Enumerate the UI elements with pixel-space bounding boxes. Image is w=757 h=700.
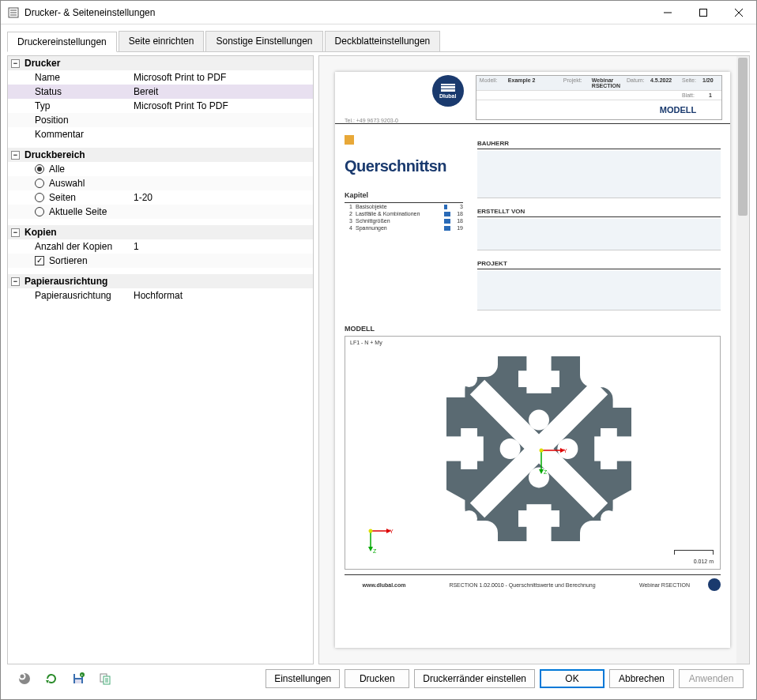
- value-kommentar: [130, 134, 313, 135]
- svg-text:Y: Y: [390, 529, 394, 534]
- expander-druckbereich[interactable]: −: [11, 151, 20, 160]
- tab-deckblatt[interactable]: Deckblatteinstellungen: [325, 31, 441, 51]
- svg-point-21: [461, 371, 477, 387]
- label-kommentar: Kommentar: [8, 128, 130, 141]
- tab-sonstige[interactable]: Sonstige Einstellungen: [205, 31, 322, 51]
- svg-text:+: +: [81, 672, 83, 677]
- loadcase-label: LF1 - N + My: [350, 340, 382, 345]
- label-position: Position: [8, 114, 130, 126]
- kapitel-table: 1Basisobjekte3 2Lastfälle & Kombinatione…: [345, 202, 463, 231]
- titlebar: Drucker- & Seiteneinstellungen: [1, 1, 756, 24]
- preview-scrollbar[interactable]: [736, 56, 749, 664]
- section-bauherr: BAUHERR: [477, 140, 721, 149]
- label-status: Status: [8, 85, 130, 98]
- svg-rect-5: [699, 9, 706, 16]
- expander-papier[interactable]: −: [11, 277, 20, 286]
- clipboard-icon[interactable]: [94, 668, 116, 690]
- section-modell: MODELL: [345, 325, 721, 333]
- svg-point-23: [461, 510, 477, 527]
- group-drucker-title: Drucker: [24, 58, 60, 69]
- check-sortieren[interactable]: [35, 256, 44, 265]
- group-kopien: − Kopien Anzahl der Kopien1 Sortieren: [8, 225, 313, 268]
- save-icon[interactable]: +: [67, 668, 89, 690]
- tab-seite-einrichten[interactable]: Seite einrichten: [119, 31, 205, 51]
- logo-icon: Dlubal: [432, 75, 468, 107]
- preview-panel: Dlubal Modell:Example 2 Projekt:Webinar …: [318, 55, 750, 664]
- modell-graphic-box: LF1 - N + My: [345, 336, 721, 570]
- header-info-table: Modell:Example 2 Projekt:Webinar RSECTIO…: [476, 75, 722, 120]
- preview-page: Dlubal Modell:Example 2 Projekt:Webinar …: [335, 72, 730, 648]
- value-papier[interactable]: Hochformat: [130, 289, 313, 302]
- group-druckbereich-title: Druckbereich: [24, 149, 85, 160]
- einstellungen-button[interactable]: Einstellungen: [266, 669, 340, 688]
- label-auswahl: Auswahl: [49, 178, 85, 189]
- label-aktuell: Aktuelle Seite: [49, 206, 107, 217]
- footer-logo-icon: [708, 578, 721, 591]
- refresh-icon[interactable]: [40, 668, 62, 690]
- value-anzahl[interactable]: 1: [130, 240, 313, 253]
- value-position: [130, 119, 313, 121]
- group-kopien-title: Kopien: [24, 227, 57, 238]
- radio-auswahl[interactable]: [35, 179, 44, 188]
- radio-aktuell[interactable]: [35, 207, 44, 216]
- scale-bar: [674, 550, 714, 555]
- axis-corner: Y Z: [367, 528, 399, 561]
- tel-text: Tel.: +49 9673 9203-0: [345, 118, 398, 123]
- app-icon: [7, 6, 20, 19]
- svg-rect-15: [601, 428, 617, 469]
- value-seiten[interactable]: 1-20: [130, 191, 313, 204]
- value-name[interactable]: Microsoft Print to PDF: [130, 71, 313, 84]
- svg-rect-9: [518, 371, 559, 387]
- tab-druckereinstellungen[interactable]: Druckereinstellungen: [7, 32, 117, 52]
- tab-bar: Druckereinstellungen Seite einrichten So…: [7, 31, 750, 52]
- settings-tree: − Drucker NameMicrosoft Print to PDF Sta…: [7, 55, 314, 664]
- svg-point-22: [601, 371, 617, 387]
- close-button[interactable]: [721, 1, 756, 24]
- value-status: Bereit: [130, 85, 313, 98]
- section-erstellt: ERSTELLT VON: [477, 208, 721, 217]
- kapitel-title: Kapitel: [345, 191, 463, 199]
- label-seiten: Seiten: [49, 192, 76, 203]
- scale-label: 0.012 m: [694, 559, 714, 564]
- section-icon: [345, 135, 354, 145]
- label-alle: Alle: [49, 164, 65, 175]
- svg-rect-11: [518, 510, 559, 527]
- expander-kopien[interactable]: −: [11, 228, 20, 237]
- radio-alle[interactable]: [35, 164, 44, 174]
- label-sortieren: Sortieren: [49, 255, 88, 266]
- window-title: Drucker- & Seiteneinstellungen: [24, 7, 650, 18]
- minimize-button[interactable]: [650, 1, 685, 24]
- group-papier: − Papierausrichtung PapierausrichtungHoc…: [8, 274, 313, 303]
- ok-button[interactable]: OK: [540, 669, 604, 688]
- big-title: Querschnittsn: [345, 157, 463, 175]
- label-papier: Papierausrichtung: [8, 289, 130, 302]
- svg-rect-45: [75, 679, 81, 683]
- maximize-button[interactable]: [685, 1, 721, 24]
- group-papier-title: Papierausrichtung: [24, 276, 107, 287]
- raender-button[interactable]: Druckerränder einstellen: [414, 669, 535, 688]
- svg-rect-13: [461, 428, 477, 469]
- expander-drucker[interactable]: −: [11, 59, 20, 68]
- svg-point-29: [540, 449, 544, 453]
- label-typ: Typ: [8, 100, 130, 112]
- section-projekt: PROJEKT: [477, 260, 721, 269]
- axis-center: Y Z: [538, 447, 570, 480]
- label-anzahl: Anzahl der Kopien: [8, 240, 130, 253]
- preview-footer: www.dlubal.com RSECTION 1.02.0010 - Quer…: [345, 574, 721, 594]
- abbrechen-button[interactable]: Abbrechen: [609, 669, 674, 688]
- radio-seiten[interactable]: [35, 193, 44, 202]
- svg-text:Y: Y: [563, 448, 567, 453]
- group-druckbereich: − Druckbereich Alle Auswahl Seiten1-20 A…: [8, 148, 313, 219]
- svg-text:Z: Z: [373, 548, 377, 554]
- label-name: Name: [8, 71, 130, 84]
- bottom-toolbar: + Einstellungen Drucken Druckerränder ei…: [7, 664, 750, 693]
- help-icon[interactable]: [13, 668, 36, 690]
- svg-text:Z: Z: [544, 469, 548, 475]
- anwenden-button[interactable]: Anwenden: [679, 669, 744, 688]
- group-drucker: − Drucker NameMicrosoft Print to PDF Sta…: [8, 56, 313, 141]
- drucken-button[interactable]: Drucken: [345, 669, 409, 688]
- svg-point-36: [369, 529, 373, 533]
- header-modell-label: MODELL: [635, 100, 721, 119]
- svg-point-24: [601, 510, 617, 527]
- svg-marker-42: [46, 680, 49, 683]
